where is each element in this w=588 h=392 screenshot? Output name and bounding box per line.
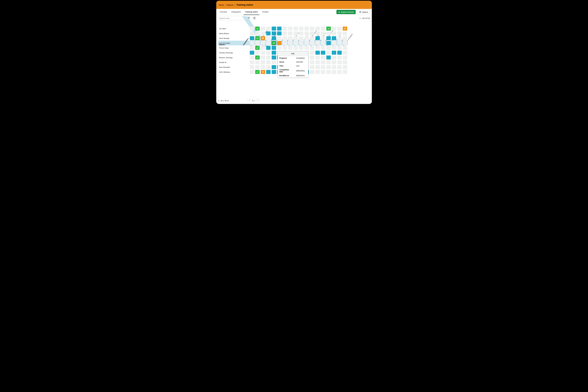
matrix-cell[interactable]: [315, 41, 320, 46]
matrix-cell[interactable]: [337, 65, 342, 70]
matrix-cell[interactable]: [342, 26, 348, 31]
matrix-cell[interactable]: [337, 70, 342, 74]
matrix-cell[interactable]: [293, 31, 298, 36]
matrix-cell[interactable]: [266, 31, 271, 36]
matrix-cell[interactable]: [271, 60, 277, 65]
matrix-cell[interactable]: [266, 36, 271, 40]
matrix-cell[interactable]: [298, 31, 304, 36]
matrix-cell[interactable]: [276, 41, 282, 46]
matrix-cell[interactable]: [315, 65, 320, 70]
matrix-cell[interactable]: [337, 55, 342, 60]
rows-range[interactable]: 1 - 10 of 12: [218, 100, 229, 102]
matrix-cell[interactable]: [310, 36, 315, 40]
matrix-cell[interactable]: [342, 65, 348, 70]
matrix-cell[interactable]: [288, 26, 293, 31]
matrix-cell[interactable]: [282, 26, 288, 31]
matrix-cell[interactable]: [326, 55, 332, 60]
matrix-cell[interactable]: [288, 36, 293, 40]
matrix-cell[interactable]: [276, 36, 282, 40]
matrix-cell[interactable]: [337, 36, 342, 40]
matrix-cell[interactable]: [304, 36, 310, 40]
matrix-cell[interactable]: [288, 46, 293, 50]
matrix-cell[interactable]: [331, 60, 337, 65]
info-button[interactable]: [252, 16, 256, 20]
options-button[interactable]: Options: [358, 10, 370, 14]
matrix-cell[interactable]: [331, 31, 337, 36]
matrix-cell[interactable]: [271, 70, 277, 74]
matrix-cell[interactable]: [310, 50, 315, 55]
matrix-cell[interactable]: [276, 26, 282, 31]
matrix-cell[interactable]: [271, 31, 277, 36]
matrix-cell[interactable]: [255, 60, 260, 65]
matrix-cell[interactable]: [337, 31, 342, 36]
matrix-cell[interactable]: [288, 31, 293, 36]
matrix-cell[interactable]: [304, 26, 310, 31]
matrix-cell[interactable]: [282, 46, 288, 50]
matrix-cell[interactable]: [255, 55, 260, 60]
matrix-cell[interactable]: [310, 55, 315, 60]
matrix-cell[interactable]: [255, 36, 260, 40]
matrix-cell[interactable]: [249, 55, 255, 60]
matrix-cell[interactable]: [260, 36, 266, 40]
matrix-cell[interactable]: [320, 26, 326, 31]
matrix-cell[interactable]: [249, 36, 255, 40]
pager-page[interactable]: 1: [251, 99, 256, 102]
matrix-cell[interactable]: [326, 41, 332, 46]
matrix-cell[interactable]: [326, 50, 332, 55]
pager-prev[interactable]: [248, 99, 251, 102]
tab-overview[interactable]: Overview: [218, 9, 229, 15]
search-input[interactable]: [218, 16, 245, 20]
user-name[interactable]: Amelie M: [218, 60, 249, 65]
matrix-cell[interactable]: [342, 31, 348, 36]
matrix-cell[interactable]: [337, 60, 342, 65]
matrix-cell[interactable]: [266, 65, 271, 70]
user-name[interactable]: Eleanor Jennings: [218, 55, 249, 60]
matrix-cell[interactable]: [298, 46, 304, 50]
matrix-cell[interactable]: [310, 70, 315, 74]
matrix-cell[interactable]: [271, 55, 277, 60]
pager-next[interactable]: [256, 99, 260, 102]
matrix-cell[interactable]: [320, 70, 326, 74]
matrix-cell[interactable]: [255, 70, 260, 74]
matrix-cell[interactable]: [315, 55, 320, 60]
matrix-cell[interactable]: [315, 46, 320, 50]
matrix-cell[interactable]: [249, 60, 255, 65]
matrix-cell[interactable]: [310, 26, 315, 31]
matrix-cell[interactable]: [304, 46, 310, 50]
matrix-cell[interactable]: [293, 26, 298, 31]
matrix-cell[interactable]: [310, 41, 315, 46]
matrix-cell[interactable]: [249, 26, 255, 31]
matrix-cell[interactable]: [260, 55, 266, 60]
matrix-cell[interactable]: [293, 46, 298, 50]
matrix-cell[interactable]: [260, 60, 266, 65]
matrix-cell[interactable]: [320, 31, 326, 36]
matrix-cell[interactable]: [320, 36, 326, 40]
matrix-cell[interactable]: [337, 41, 342, 46]
matrix-cell[interactable]: [282, 36, 288, 40]
matrix-cell[interactable]: [260, 50, 266, 55]
matrix-cell[interactable]: [320, 46, 326, 50]
matrix-cell[interactable]: [342, 41, 348, 46]
matrix-cell[interactable]: [282, 31, 288, 36]
matrix-cell[interactable]: [260, 46, 266, 50]
matrix-cell[interactable]: [331, 46, 337, 50]
matrix-cell[interactable]: [315, 26, 320, 31]
matrix-cell[interactable]: [315, 70, 320, 74]
matrix-cell[interactable]: [320, 50, 326, 55]
matrix-cell[interactable]: [342, 55, 348, 60]
matrix-cell[interactable]: [304, 31, 310, 36]
matrix-cell[interactable]: [271, 41, 277, 46]
matrix-cell[interactable]: [342, 36, 348, 40]
matrix-cell[interactable]: [249, 41, 255, 46]
matrix-cell[interactable]: [249, 46, 255, 50]
matrix-cell[interactable]: [255, 65, 260, 70]
matrix-cell[interactable]: [326, 65, 332, 70]
matrix-cell[interactable]: [298, 36, 304, 40]
matrix-cell[interactable]: [326, 46, 332, 50]
matrix-cell[interactable]: [271, 46, 277, 50]
matrix-cell[interactable]: [326, 31, 332, 36]
matrix-cell[interactable]: [304, 41, 310, 46]
matrix-cell[interactable]: [255, 26, 260, 31]
matrix-cell[interactable]: [310, 65, 315, 70]
matrix-cell[interactable]: [326, 70, 332, 74]
